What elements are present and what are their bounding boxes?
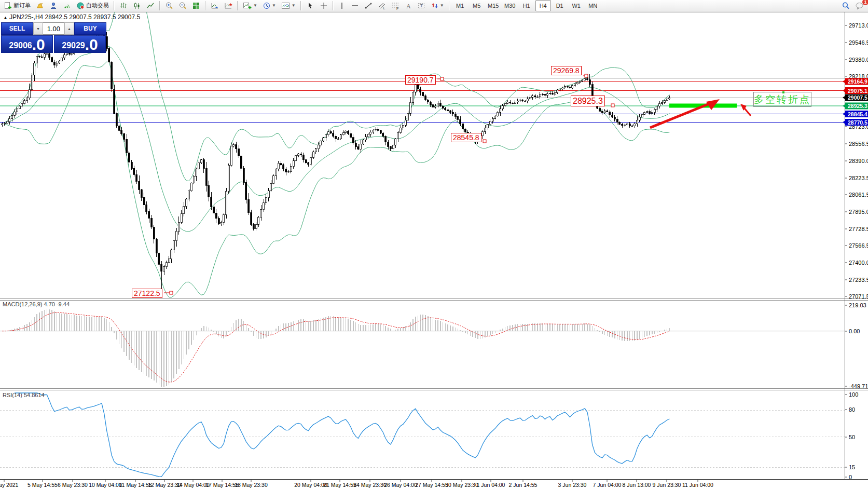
price-callout[interactable]: 28545.8 [451, 133, 481, 142]
signal-button[interactable] [61, 0, 73, 11]
line-chart-button[interactable] [144, 0, 157, 11]
crosshair-button[interactable] [318, 0, 330, 11]
bar-chart-button[interactable] [117, 0, 130, 11]
period-button[interactable]: ▼ [260, 0, 278, 11]
candle-body [507, 102, 508, 103]
candle-body [34, 63, 35, 75]
buy-button[interactable]: BUY [74, 22, 106, 35]
candle-body [121, 130, 122, 133]
candle-body [126, 139, 128, 153]
timeframe-m15[interactable]: M15 [486, 0, 501, 11]
candle-body [567, 87, 568, 87]
candle-body [654, 110, 655, 113]
volume-increase-button[interactable]: ▲ [64, 22, 74, 35]
timeframe-h1[interactable]: H1 [519, 0, 534, 11]
sell-button[interactable]: SELL [1, 22, 33, 35]
candle-body [198, 163, 200, 169]
channel-button[interactable]: E [376, 0, 388, 11]
tile-windows-button[interactable] [190, 0, 202, 11]
gold-ingot-button[interactable] [34, 0, 46, 11]
price-callout[interactable]: 29190.7 [405, 75, 436, 85]
time-axis-label: 7 Jun 04:00 [593, 482, 622, 488]
zoom-in-button[interactable] [163, 0, 175, 11]
price-callout[interactable]: 29269.8 [551, 66, 582, 75]
candle-body [36, 56, 38, 63]
indicators-icon [281, 2, 291, 10]
search-button[interactable] [839, 0, 852, 11]
candle-body [390, 146, 391, 149]
candle-body [176, 232, 177, 241]
chart-shift-icon [224, 2, 232, 10]
arrows-button[interactable]: ▼ [429, 0, 446, 11]
notifications-button[interactable]: 1 [853, 0, 866, 11]
volume-decrease-button[interactable]: ▼ [33, 22, 43, 35]
candle-body [178, 222, 180, 231]
symbol-arrow-icon: ▲ [3, 15, 8, 20]
price-callout[interactable]: 28925.3 [571, 96, 605, 106]
price-callout[interactable]: 27122.5 [132, 289, 162, 298]
candle-body [327, 132, 329, 135]
candle-body [639, 117, 640, 120]
new-order-button[interactable]: 新订单 [2, 0, 33, 11]
candle-body [14, 112, 16, 116]
indicators-button[interactable]: ▼ [279, 0, 298, 11]
panel-separator[interactable] [0, 388, 868, 389]
candle-body [215, 213, 217, 219]
cursor-button[interactable] [304, 0, 316, 11]
annotation-text-box[interactable]: 多空转折点 [753, 92, 811, 107]
price-tag-pointer [843, 120, 846, 125]
fibonacci-button[interactable]: F [389, 0, 402, 11]
zoom-out-icon [178, 2, 187, 10]
timeframe-w1[interactable]: W1 [569, 0, 584, 11]
timeframe-mn[interactable]: MN [585, 0, 601, 11]
auto-trading-button[interactable]: 自动交易 [74, 0, 111, 11]
candle-body [579, 82, 581, 83]
panel-separator[interactable] [0, 300, 868, 301]
candle-body [350, 133, 352, 137]
trendline-button[interactable] [362, 0, 375, 11]
candle-body [305, 160, 307, 163]
vertical-line-button[interactable] [336, 0, 348, 11]
candle-body [141, 189, 142, 197]
sell-price-box[interactable]: 29006.0 [1, 35, 53, 53]
price-axis-label: 29380.0 [849, 57, 868, 63]
candle-body [562, 88, 563, 89]
candle-body [11, 115, 13, 118]
candle-body [163, 267, 165, 271]
notification-badge: 1 [862, 0, 868, 5]
candle-body [345, 131, 347, 132]
chevron-down-icon: ▼ [272, 3, 276, 8]
candle-body [29, 89, 30, 98]
text-button[interactable]: A [403, 0, 414, 11]
timeframe-m1[interactable]: M1 [452, 0, 468, 11]
zoom-out-button[interactable] [176, 0, 189, 11]
candle-body [651, 113, 653, 114]
buy-price-box[interactable]: 29029.0 [54, 35, 106, 53]
price-axis-label: 27400.0 [849, 260, 868, 266]
timeframe-m30[interactable]: M30 [502, 0, 518, 11]
price-tag-label: 28770.5 [848, 119, 867, 126]
text-label-button[interactable]: T [415, 0, 428, 11]
candle-body [497, 112, 499, 116]
time-axis-label: 5 May 14:55 [27, 482, 58, 488]
candlestick-chart-button[interactable] [131, 0, 143, 11]
volume-input[interactable]: 1.00 [43, 23, 64, 34]
new-chart-button[interactable]: ▼ [241, 0, 259, 11]
candle-body [604, 111, 605, 113]
timeframe-d1[interactable]: D1 [552, 0, 568, 11]
profile-button[interactable] [47, 0, 60, 11]
timeframe-h4[interactable]: H4 [535, 0, 551, 11]
candle-body [641, 114, 643, 117]
auto-scroll-button[interactable] [209, 0, 221, 11]
candle-body [539, 94, 541, 97]
candle-body [201, 160, 202, 163]
chart-shift-button[interactable] [222, 0, 235, 11]
candle-body [146, 205, 147, 211]
chart-canvas[interactable]: 29713.029546.529380.029218.028723.028556… [0, 0, 868, 489]
horizontal-line-button[interactable] [349, 0, 361, 11]
panel-separator[interactable] [0, 390, 868, 390]
candle-body [315, 149, 316, 152]
timeframe-m5[interactable]: M5 [469, 0, 485, 11]
panel-separator[interactable] [0, 298, 868, 299]
time-axis-label: 6 May 23:30 [58, 482, 88, 488]
